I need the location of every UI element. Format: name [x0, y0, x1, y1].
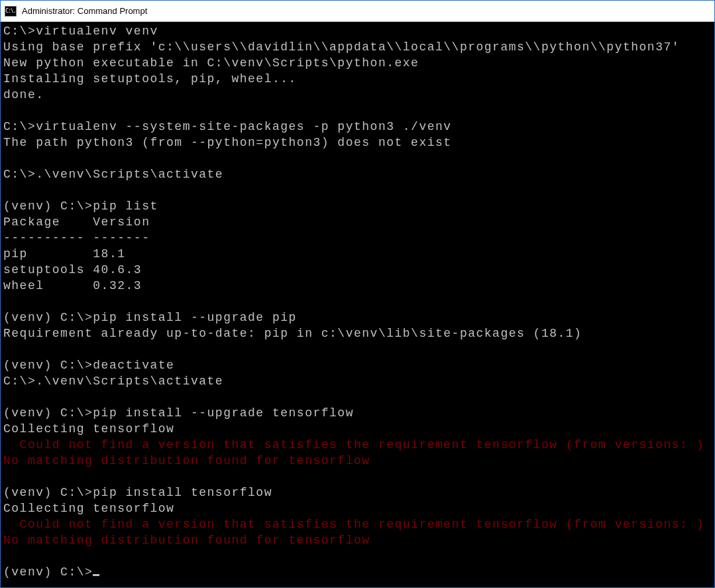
terminal-line: (venv) C:\>pip install --upgrade pip	[3, 311, 297, 324]
terminal-line: wheel 0.32.3	[3, 279, 142, 292]
terminal-line: Collecting tensorflow	[3, 422, 174, 436]
terminal-line: (venv) C:\>pip install --upgrade tensorf…	[3, 406, 354, 420]
terminal-line: Could not find a version that satisfies …	[3, 518, 704, 531]
terminal-area[interactable]: C:\>virtualenv venv Using base prefix 'c…	[1, 22, 714, 587]
terminal-line: Could not find a version that satisfies …	[3, 438, 704, 451]
titlebar[interactable]: C:\. Administrator: Command Prompt	[1, 1, 714, 22]
terminal-line: C:\>.\venv\Scripts\activate	[3, 375, 223, 388]
terminal-line: No matching distribution found for tenso…	[3, 534, 370, 547]
command-prompt-window: C:\. Administrator: Command Prompt C:\>v…	[0, 0, 715, 588]
terminal-line: C:\>virtualenv --system-site-packages -p…	[3, 120, 452, 133]
terminal-line: C:\>.\venv\Scripts\activate	[3, 168, 223, 181]
terminal-line: Installing setuptools, pip, wheel...	[3, 72, 297, 86]
cursor	[93, 574, 99, 576]
terminal-line: Collecting tensorflow	[3, 502, 174, 515]
window-title: Administrator: Command Prompt	[22, 6, 147, 16]
terminal-line: New python executable in C:\venv\Scripts…	[3, 56, 419, 70]
terminal-line: The path python3 (from --python=python3)…	[3, 136, 452, 149]
cmd-icon-glyph: C:\.	[5, 9, 15, 14]
cmd-icon: C:\.	[5, 6, 17, 17]
terminal-line: (venv) C:\>deactivate	[3, 359, 174, 372]
terminal-line: Package Version	[3, 215, 150, 229]
terminal-line: No matching distribution found for tenso…	[3, 454, 370, 467]
terminal-line: Using base prefix 'c:\\users\\davidlin\\…	[3, 40, 680, 54]
terminal-line: (venv) C:\>pip list	[3, 200, 158, 213]
terminal-line: (venv) C:\>pip install tensorflow	[3, 486, 272, 499]
terminal-line: ---------- -------	[3, 231, 150, 245]
terminal-line: Requirement already up-to-date: pip in c…	[3, 327, 582, 340]
terminal-prompt: (venv) C:\>	[3, 565, 93, 579]
terminal-line: done.	[3, 88, 44, 101]
terminal-line: C:\>virtualenv venv	[3, 25, 158, 38]
terminal-line: setuptools 40.6.3	[3, 263, 142, 276]
terminal-line: pip 18.1	[3, 247, 126, 261]
